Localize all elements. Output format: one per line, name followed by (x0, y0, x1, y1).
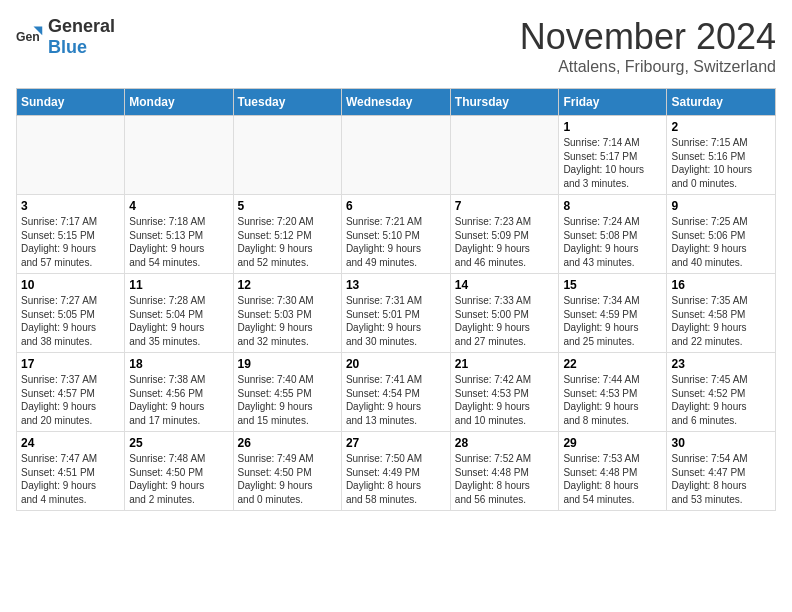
calendar-cell: 17Sunrise: 7:37 AM Sunset: 4:57 PM Dayli… (17, 353, 125, 432)
day-info: Sunrise: 7:53 AM Sunset: 4:48 PM Dayligh… (563, 452, 662, 506)
day-number: 23 (671, 357, 771, 371)
weekday-header-wednesday: Wednesday (341, 89, 450, 116)
day-number: 22 (563, 357, 662, 371)
calendar-week-0: 1Sunrise: 7:14 AM Sunset: 5:17 PM Daylig… (17, 116, 776, 195)
calendar-cell: 18Sunrise: 7:38 AM Sunset: 4:56 PM Dayli… (125, 353, 233, 432)
day-number: 10 (21, 278, 120, 292)
day-info: Sunrise: 7:40 AM Sunset: 4:55 PM Dayligh… (238, 373, 337, 427)
day-number: 28 (455, 436, 555, 450)
day-number: 18 (129, 357, 228, 371)
day-info: Sunrise: 7:25 AM Sunset: 5:06 PM Dayligh… (671, 215, 771, 269)
day-number: 3 (21, 199, 120, 213)
day-number: 12 (238, 278, 337, 292)
weekday-header-monday: Monday (125, 89, 233, 116)
day-info: Sunrise: 7:23 AM Sunset: 5:09 PM Dayligh… (455, 215, 555, 269)
day-info: Sunrise: 7:44 AM Sunset: 4:53 PM Dayligh… (563, 373, 662, 427)
month-title: November 2024 (520, 16, 776, 58)
day-number: 19 (238, 357, 337, 371)
calendar-cell (233, 116, 341, 195)
day-number: 2 (671, 120, 771, 134)
calendar-cell: 9Sunrise: 7:25 AM Sunset: 5:06 PM Daylig… (667, 195, 776, 274)
calendar-cell (17, 116, 125, 195)
day-number: 7 (455, 199, 555, 213)
calendar-cell: 23Sunrise: 7:45 AM Sunset: 4:52 PM Dayli… (667, 353, 776, 432)
day-info: Sunrise: 7:21 AM Sunset: 5:10 PM Dayligh… (346, 215, 446, 269)
day-number: 16 (671, 278, 771, 292)
calendar-cell: 10Sunrise: 7:27 AM Sunset: 5:05 PM Dayli… (17, 274, 125, 353)
logo-icon: Gen (16, 23, 44, 51)
day-number: 13 (346, 278, 446, 292)
calendar-cell: 8Sunrise: 7:24 AM Sunset: 5:08 PM Daylig… (559, 195, 667, 274)
day-info: Sunrise: 7:15 AM Sunset: 5:16 PM Dayligh… (671, 136, 771, 190)
day-info: Sunrise: 7:33 AM Sunset: 5:00 PM Dayligh… (455, 294, 555, 348)
calendar-cell: 6Sunrise: 7:21 AM Sunset: 5:10 PM Daylig… (341, 195, 450, 274)
svg-text:Gen: Gen (16, 30, 40, 44)
day-info: Sunrise: 7:14 AM Sunset: 5:17 PM Dayligh… (563, 136, 662, 190)
day-info: Sunrise: 7:42 AM Sunset: 4:53 PM Dayligh… (455, 373, 555, 427)
calendar-cell: 19Sunrise: 7:40 AM Sunset: 4:55 PM Dayli… (233, 353, 341, 432)
weekday-header-tuesday: Tuesday (233, 89, 341, 116)
day-number: 24 (21, 436, 120, 450)
day-info: Sunrise: 7:20 AM Sunset: 5:12 PM Dayligh… (238, 215, 337, 269)
day-number: 14 (455, 278, 555, 292)
location-subtitle: Attalens, Fribourg, Switzerland (520, 58, 776, 76)
day-info: Sunrise: 7:45 AM Sunset: 4:52 PM Dayligh… (671, 373, 771, 427)
day-info: Sunrise: 7:27 AM Sunset: 5:05 PM Dayligh… (21, 294, 120, 348)
day-number: 29 (563, 436, 662, 450)
day-number: 8 (563, 199, 662, 213)
day-number: 27 (346, 436, 446, 450)
day-number: 5 (238, 199, 337, 213)
calendar-cell (450, 116, 559, 195)
calendar-cell: 24Sunrise: 7:47 AM Sunset: 4:51 PM Dayli… (17, 432, 125, 511)
calendar-cell: 29Sunrise: 7:53 AM Sunset: 4:48 PM Dayli… (559, 432, 667, 511)
day-info: Sunrise: 7:35 AM Sunset: 4:58 PM Dayligh… (671, 294, 771, 348)
day-info: Sunrise: 7:24 AM Sunset: 5:08 PM Dayligh… (563, 215, 662, 269)
day-number: 25 (129, 436, 228, 450)
day-info: Sunrise: 7:37 AM Sunset: 4:57 PM Dayligh… (21, 373, 120, 427)
calendar-cell: 20Sunrise: 7:41 AM Sunset: 4:54 PM Dayli… (341, 353, 450, 432)
calendar-cell: 15Sunrise: 7:34 AM Sunset: 4:59 PM Dayli… (559, 274, 667, 353)
title-area: November 2024 Attalens, Fribourg, Switze… (520, 16, 776, 76)
day-number: 11 (129, 278, 228, 292)
calendar-cell: 27Sunrise: 7:50 AM Sunset: 4:49 PM Dayli… (341, 432, 450, 511)
day-number: 17 (21, 357, 120, 371)
day-number: 30 (671, 436, 771, 450)
day-info: Sunrise: 7:31 AM Sunset: 5:01 PM Dayligh… (346, 294, 446, 348)
day-info: Sunrise: 7:30 AM Sunset: 5:03 PM Dayligh… (238, 294, 337, 348)
day-info: Sunrise: 7:49 AM Sunset: 4:50 PM Dayligh… (238, 452, 337, 506)
day-info: Sunrise: 7:18 AM Sunset: 5:13 PM Dayligh… (129, 215, 228, 269)
day-info: Sunrise: 7:28 AM Sunset: 5:04 PM Dayligh… (129, 294, 228, 348)
day-info: Sunrise: 7:38 AM Sunset: 4:56 PM Dayligh… (129, 373, 228, 427)
calendar-week-4: 24Sunrise: 7:47 AM Sunset: 4:51 PM Dayli… (17, 432, 776, 511)
calendar-week-2: 10Sunrise: 7:27 AM Sunset: 5:05 PM Dayli… (17, 274, 776, 353)
logo-general-text: General (48, 16, 115, 36)
day-number: 26 (238, 436, 337, 450)
day-number: 6 (346, 199, 446, 213)
calendar-cell: 14Sunrise: 7:33 AM Sunset: 5:00 PM Dayli… (450, 274, 559, 353)
day-info: Sunrise: 7:50 AM Sunset: 4:49 PM Dayligh… (346, 452, 446, 506)
calendar-cell: 25Sunrise: 7:48 AM Sunset: 4:50 PM Dayli… (125, 432, 233, 511)
calendar-cell: 7Sunrise: 7:23 AM Sunset: 5:09 PM Daylig… (450, 195, 559, 274)
calendar-cell: 22Sunrise: 7:44 AM Sunset: 4:53 PM Dayli… (559, 353, 667, 432)
calendar-cell: 30Sunrise: 7:54 AM Sunset: 4:47 PM Dayli… (667, 432, 776, 511)
day-info: Sunrise: 7:34 AM Sunset: 4:59 PM Dayligh… (563, 294, 662, 348)
weekday-header-friday: Friday (559, 89, 667, 116)
calendar-cell: 3Sunrise: 7:17 AM Sunset: 5:15 PM Daylig… (17, 195, 125, 274)
calendar-cell: 11Sunrise: 7:28 AM Sunset: 5:04 PM Dayli… (125, 274, 233, 353)
calendar-cell: 4Sunrise: 7:18 AM Sunset: 5:13 PM Daylig… (125, 195, 233, 274)
day-number: 15 (563, 278, 662, 292)
day-number: 4 (129, 199, 228, 213)
calendar-week-1: 3Sunrise: 7:17 AM Sunset: 5:15 PM Daylig… (17, 195, 776, 274)
day-number: 1 (563, 120, 662, 134)
day-info: Sunrise: 7:41 AM Sunset: 4:54 PM Dayligh… (346, 373, 446, 427)
day-info: Sunrise: 7:47 AM Sunset: 4:51 PM Dayligh… (21, 452, 120, 506)
calendar-cell: 13Sunrise: 7:31 AM Sunset: 5:01 PM Dayli… (341, 274, 450, 353)
weekday-header-thursday: Thursday (450, 89, 559, 116)
day-number: 21 (455, 357, 555, 371)
logo: Gen General Blue (16, 16, 115, 58)
day-info: Sunrise: 7:54 AM Sunset: 4:47 PM Dayligh… (671, 452, 771, 506)
page-header: Gen General Blue November 2024 Attalens,… (16, 16, 776, 76)
calendar-cell: 2Sunrise: 7:15 AM Sunset: 5:16 PM Daylig… (667, 116, 776, 195)
calendar-cell: 16Sunrise: 7:35 AM Sunset: 4:58 PM Dayli… (667, 274, 776, 353)
calendar-table: SundayMondayTuesdayWednesdayThursdayFrid… (16, 88, 776, 511)
